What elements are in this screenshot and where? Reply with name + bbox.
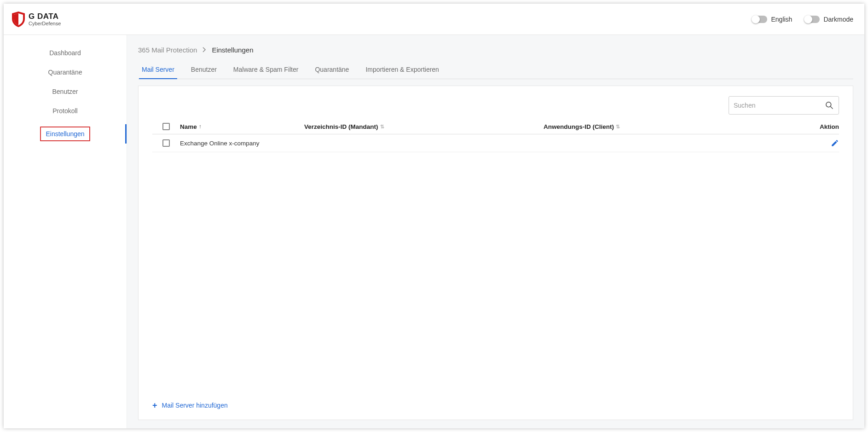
tab-users[interactable]: Benutzer [189, 60, 219, 79]
sidebar-item-users[interactable]: Benutzer [4, 82, 127, 101]
chevron-right-icon [203, 46, 206, 54]
plus-icon: + [152, 401, 157, 409]
sidebar: Dashboard Quarantäne Benutzer Protokoll … [4, 35, 127, 428]
sidebar-item-dashboard[interactable]: Dashboard [4, 43, 127, 63]
tab-import-export[interactable]: Importieren & Exportieren [364, 60, 441, 79]
header-label: Anwendungs-ID (Client) [544, 123, 614, 130]
sidebar-item-label: Einstellungen [40, 127, 90, 141]
sidebar-item-label: Benutzer [52, 88, 78, 95]
logo: G DATA CyberDefense [11, 11, 61, 28]
pencil-icon [831, 139, 839, 147]
edit-button[interactable] [831, 139, 839, 147]
brand-name: G DATA [29, 12, 61, 20]
switch-icon[interactable] [805, 16, 820, 23]
switch-icon[interactable] [752, 16, 767, 23]
brand-subtitle: CyberDefense [29, 21, 61, 26]
table: Name ↑ Verzeichnis-ID (Mandant) ⇅ Anwend… [152, 119, 839, 152]
breadcrumb-root[interactable]: 365 Mail Protection [138, 46, 197, 54]
sidebar-item-quarantine[interactable]: Quarantäne [4, 63, 127, 82]
sort-icon: ⇅ [380, 124, 384, 130]
add-label: Mail Server hinzufügen [162, 402, 228, 409]
arrow-up-icon: ↑ [199, 123, 202, 130]
header-label: Verzeichnis-ID (Mandant) [304, 123, 378, 130]
header-controls: English Darkmode [752, 16, 853, 23]
sidebar-item-label: Quarantäne [48, 69, 82, 76]
tab-label: Quarantäne [315, 66, 349, 73]
tab-label: Mail Server [142, 66, 174, 73]
table-header: Name ↑ Verzeichnis-ID (Mandant) ⇅ Anwend… [152, 119, 839, 134]
tab-mail-server[interactable]: Mail Server [140, 60, 176, 79]
tab-label: Malware & Spam Filter [233, 66, 299, 73]
sidebar-item-label: Protokoll [52, 107, 77, 115]
darkmode-label: Darkmode [823, 16, 853, 23]
main: 365 Mail Protection Einstellungen Mail S… [127, 35, 864, 428]
panel: Name ↑ Verzeichnis-ID (Mandant) ⇅ Anwend… [138, 86, 853, 420]
header-label: Aktion [820, 123, 839, 130]
header-directory[interactable]: Verzeichnis-ID (Mandant) ⇅ [304, 123, 544, 130]
sidebar-item-label: Dashboard [49, 49, 81, 57]
table-row: Exchange Online x-company [152, 134, 839, 152]
tabs: Mail Server Benutzer Malware & Spam Filt… [138, 60, 853, 79]
svg-point-0 [826, 102, 831, 107]
header-action: Aktion [802, 123, 839, 130]
tab-quarantine[interactable]: Quarantäne [313, 60, 351, 79]
tab-label: Importieren & Exportieren [365, 66, 439, 73]
header: G DATA CyberDefense English Darkmode [4, 4, 864, 35]
breadcrumb-current: Einstellungen [212, 46, 253, 54]
breadcrumb: 365 Mail Protection Einstellungen [138, 43, 853, 60]
search-row [152, 96, 839, 115]
search-icon [825, 101, 834, 110]
svg-line-1 [831, 107, 833, 109]
add-mail-server-button[interactable]: + Mail Server hinzufügen [152, 392, 839, 409]
sort-icon: ⇅ [616, 124, 620, 130]
search-input[interactable] [734, 102, 821, 109]
cell-name: Exchange Online x-company [180, 140, 260, 147]
select-all-checkbox[interactable] [162, 123, 170, 130]
body: Dashboard Quarantäne Benutzer Protokoll … [4, 35, 864, 428]
tab-label: Benutzer [191, 66, 217, 73]
tab-malware-spam[interactable]: Malware & Spam Filter [231, 60, 301, 79]
header-label: Name [180, 123, 197, 130]
language-toggle[interactable]: English [752, 16, 792, 23]
header-application[interactable]: Anwendungs-ID (Client) ⇅ [544, 123, 802, 130]
sidebar-item-settings[interactable]: Einstellungen [4, 121, 127, 147]
shield-logo-icon [11, 11, 26, 28]
row-checkbox[interactable] [162, 139, 170, 147]
sidebar-item-protocol[interactable]: Protokoll [4, 101, 127, 121]
app-frame: G DATA CyberDefense English Darkmode Das… [4, 4, 864, 428]
darkmode-toggle[interactable]: Darkmode [805, 16, 853, 23]
header-name[interactable]: Name ↑ [180, 123, 304, 130]
search-box[interactable] [729, 96, 839, 115]
english-label: English [771, 16, 792, 23]
